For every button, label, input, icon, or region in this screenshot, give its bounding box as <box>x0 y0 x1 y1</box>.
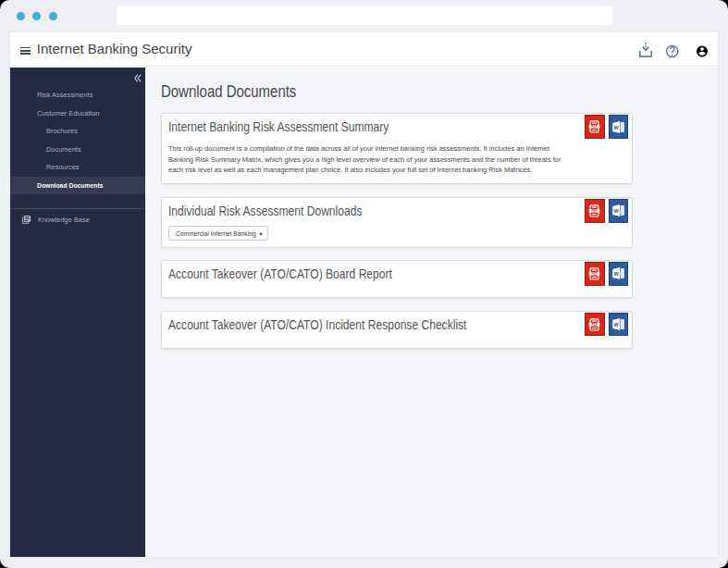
svg-text:w: w <box>613 270 620 277</box>
svg-text:w: w <box>613 207 620 214</box>
svg-text:PDF: PDF <box>592 272 598 276</box>
svg-text:PDF: PDF <box>592 209 598 213</box>
svg-text:w: w <box>613 123 620 130</box>
svg-text:PDF: PDF <box>592 323 598 327</box>
svg-text:w: w <box>613 321 620 327</box>
svg-text:PDF: PDF <box>592 125 598 129</box>
